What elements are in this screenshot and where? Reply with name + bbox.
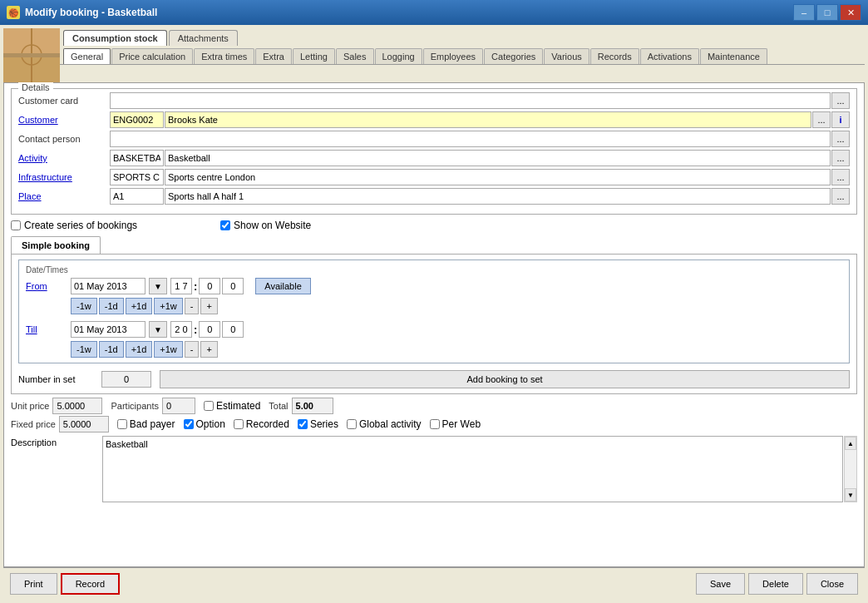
scroll-down-button[interactable]: ▼	[845, 488, 856, 502]
infrastructure-dots-button[interactable]: ...	[831, 169, 850, 185]
customer-name-input[interactable]	[165, 111, 811, 128]
tab-maintenance[interactable]: Maintenance	[700, 48, 767, 64]
contact-person-dots-button[interactable]: ...	[831, 131, 850, 147]
infrastructure-label[interactable]: Infrastructure	[18, 172, 110, 182]
till-date-input[interactable]	[71, 321, 145, 338]
till-label[interactable]: Till	[26, 324, 67, 334]
create-series-checkbox[interactable]	[11, 220, 21, 230]
customer-dots-button[interactable]: ...	[812, 111, 831, 128]
customer-card-dots-button[interactable]: ...	[831, 92, 850, 109]
till-hour-input[interactable]	[170, 321, 192, 338]
fixed-price-input[interactable]	[59, 416, 109, 432]
sub-tab-simple-booking[interactable]: Simple booking	[11, 236, 101, 254]
infrastructure-code-input[interactable]	[110, 169, 164, 185]
activity-label[interactable]: Activity	[18, 153, 110, 163]
description-label: Description	[11, 436, 102, 502]
estimated-checkbox[interactable]	[204, 401, 214, 411]
scroll-up-button[interactable]: ▲	[845, 437, 856, 450]
number-in-set-label: Number in set	[18, 374, 101, 384]
recorded-checkbox[interactable]	[234, 419, 244, 429]
from-minus-button[interactable]: -	[185, 298, 200, 314]
till-plus-week-button[interactable]: +1w	[154, 341, 183, 358]
till-calendar-button[interactable]: ▼	[149, 321, 167, 338]
tab-activations[interactable]: Activations	[640, 48, 699, 64]
tab-logging[interactable]: Logging	[375, 48, 422, 64]
close-button[interactable]: Close	[806, 573, 858, 595]
record-button[interactable]: Record	[61, 573, 120, 595]
tab-extra[interactable]: Extra	[255, 48, 292, 64]
window-close-button[interactable]: ✕	[840, 4, 861, 21]
from-plus-day-button[interactable]: +1d	[126, 298, 153, 314]
from-calendar-button[interactable]: ▼	[149, 278, 167, 294]
tab-row-1: Consumption stock Attachments	[60, 28, 865, 46]
activity-dots-button[interactable]: ...	[831, 150, 850, 166]
till-plus-day-button[interactable]: +1d	[126, 341, 153, 358]
participants-input[interactable]	[162, 398, 195, 414]
tab-various[interactable]: Various	[544, 48, 589, 64]
from-label[interactable]: From	[26, 281, 67, 291]
from-minute-tens-input[interactable]	[199, 278, 220, 294]
activity-name-input[interactable]	[165, 150, 831, 166]
series-checkbox[interactable]	[298, 419, 308, 429]
infrastructure-name-input[interactable]	[165, 169, 831, 185]
till-minute-units-input[interactable]	[222, 321, 244, 338]
from-time: :	[170, 278, 244, 294]
window-title: Modify booking - Basketball	[25, 7, 157, 18]
contact-person-input[interactable]	[110, 131, 831, 147]
print-button[interactable]: Print	[10, 573, 57, 595]
tab-consumption-stock[interactable]: Consumption stock	[63, 30, 167, 46]
available-button[interactable]: Available	[255, 278, 310, 294]
tab-price-calculation[interactable]: Price calculation	[111, 48, 193, 64]
description-textarea[interactable]: Basketball	[102, 436, 843, 502]
per-web-checkbox[interactable]	[430, 419, 440, 429]
till-minute-tens-input[interactable]	[199, 321, 220, 338]
delete-button[interactable]: Delete	[748, 573, 803, 595]
estimated-checkbox-item: Estimated	[204, 400, 260, 412]
till-minus-day-button[interactable]: -1d	[99, 341, 124, 358]
tab-extra-times[interactable]: Extra times	[194, 48, 254, 64]
place-dots-button[interactable]: ...	[831, 188, 850, 205]
from-plus-button[interactable]: +	[200, 298, 217, 314]
customer-code-input[interactable]	[110, 111, 164, 128]
number-in-set-input[interactable]	[101, 371, 151, 388]
from-plus-week-button[interactable]: +1w	[154, 298, 183, 314]
tab-records[interactable]: Records	[590, 48, 639, 64]
option-checkbox[interactable]	[184, 419, 194, 429]
customer-label[interactable]: Customer	[18, 115, 110, 125]
form-content: Details Customer card ... Customer ... i	[4, 83, 864, 566]
bad-payer-checkbox[interactable]	[117, 419, 127, 429]
place-code-input[interactable]	[110, 188, 164, 205]
global-activity-checkbox[interactable]	[347, 419, 357, 429]
tab-sales[interactable]: Sales	[336, 48, 374, 64]
from-minute-units-input[interactable]	[222, 278, 244, 294]
place-label[interactable]: Place	[18, 191, 110, 201]
till-minus-week-button[interactable]: -1w	[71, 341, 97, 358]
tab-general[interactable]: General	[63, 48, 111, 64]
main-container: Consumption stock Attachments General Pr…	[0, 25, 868, 603]
minimize-button[interactable]: –	[793, 4, 815, 21]
tab-employees[interactable]: Employees	[423, 48, 483, 64]
customer-info-button[interactable]: i	[831, 111, 850, 128]
save-button[interactable]: Save	[696, 573, 745, 595]
activity-code-input[interactable]	[110, 150, 164, 166]
tab-categories[interactable]: Categories	[484, 48, 543, 64]
from-minus-week-button[interactable]: -1w	[71, 298, 97, 314]
total-input[interactable]	[292, 398, 333, 414]
participants-group: Participants	[111, 398, 195, 414]
add-booking-to-set-button[interactable]: Add booking to set	[160, 370, 850, 388]
unit-price-input[interactable]	[52, 398, 102, 414]
maximize-button[interactable]: □	[816, 4, 838, 21]
till-plus-button[interactable]: +	[200, 341, 217, 358]
show-on-website-checkbox[interactable]	[220, 220, 230, 230]
customer-card-input[interactable]	[110, 92, 831, 109]
till-minus-button[interactable]: -	[185, 341, 200, 358]
tab-letting[interactable]: Letting	[293, 48, 335, 64]
tab-attachments[interactable]: Attachments	[169, 30, 238, 46]
title-bar: 🏀 Modify booking - Basketball – □ ✕	[0, 0, 868, 25]
from-hour-input[interactable]	[170, 278, 192, 294]
total-group: Total	[269, 398, 333, 414]
from-minus-day-button[interactable]: -1d	[99, 298, 124, 314]
create-series-checkbox-item: Create series of bookings	[11, 220, 137, 231]
place-name-input[interactable]	[165, 188, 831, 205]
from-date-input[interactable]	[71, 278, 145, 294]
